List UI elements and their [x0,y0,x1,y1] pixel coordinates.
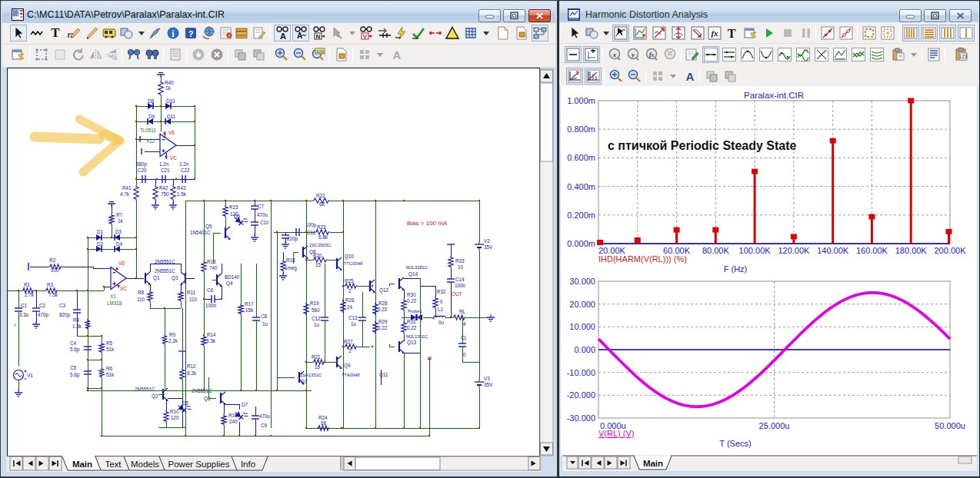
svg-text:N: N [316,33,321,40]
svg-text:15k: 15k [245,307,254,313]
svg-text:C3: C3 [59,303,66,308]
svg-text:1meg: 1meg [285,265,297,271]
svg-text:4.7k: 4.7k [120,191,130,197]
svg-text:Q7: Q7 [301,379,308,385]
svg-text:51k: 51k [106,347,115,352]
svg-text:R32: R32 [437,289,446,294]
svg-text:R33: R33 [455,258,465,264]
svg-text:A: A [280,32,286,41]
svg-text:R1: R1 [24,282,31,287]
svg-text:68: 68 [319,201,325,207]
svg-text:R10: R10 [170,409,179,414]
svg-text:560: 560 [312,307,320,313]
svg-text:R22: R22 [316,193,325,198]
svg-text:Main: Main [72,460,92,469]
svg-text:RL: RL [459,309,466,314]
svg-text:6.8k: 6.8k [318,234,328,240]
svg-text:D11: D11 [167,114,176,119]
svg-text:Bias = 100 mA: Bias = 100 mA [407,220,448,227]
svg-text:R19: R19 [310,300,319,306]
svg-text:750: 750 [161,191,169,197]
svg-text:V1: V1 [27,373,33,378]
svg-text:Q14: Q14 [408,271,418,277]
svg-text:L1: L1 [438,307,444,312]
svg-text:0.22: 0.22 [407,298,417,304]
svg-text:1.2n: 1.2n [159,161,169,167]
svg-text:R7: R7 [116,212,123,217]
svg-text:110: 110 [189,297,198,302]
svg-text:1.2n: 1.2n [179,161,189,167]
svg-text:D2: D2 [97,241,104,247]
svg-text:0: 0 [440,299,443,304]
svg-text:R18: R18 [286,257,295,263]
svg-text:X12: X12 [146,138,155,144]
svg-text:D1: D1 [97,229,104,234]
svg-text:C21: C21 [161,168,170,173]
svg-text:C6: C6 [207,287,214,293]
svg-text:2N5551C: 2N5551C [135,387,155,392]
svg-text:Info: Info [241,460,255,469]
svg-text:R23: R23 [317,224,326,230]
svg-text:Q10: Q10 [345,254,354,260]
svg-text:BD140: BD140 [225,274,240,280]
svg-text:Q3: Q3 [172,275,178,281]
svg-text:0.22: 0.22 [407,325,417,330]
svg-text:2SC3503C: 2SC3503C [309,243,331,247]
svg-text:R14: R14 [207,332,216,337]
svg-text:R2: R2 [49,257,56,263]
svg-text:D7: D7 [242,402,248,407]
svg-text:240: 240 [229,419,238,424]
svg-text:470p: 470p [38,312,49,318]
svg-text:D8: D8 [148,98,155,104]
svg-text:2.2k: 2.2k [168,338,178,344]
svg-text:0u: 0u [438,320,445,325]
svg-text:35V: 35V [484,382,493,387]
svg-text:C14: C14 [455,277,465,282]
svg-text:VE: VE [118,261,125,266]
svg-text:2N5551C: 2N5551C [155,268,175,274]
svg-text:R26: R26 [345,297,355,303]
svg-text:10: 10 [458,264,464,270]
svg-text:D10: D10 [166,98,175,104]
svg-text:C11: C11 [307,230,316,235]
svg-text:R28: R28 [378,300,388,306]
svg-text:C10: C10 [260,220,269,225]
svg-text:Q9: Q9 [344,363,351,369]
svg-text:C7: C7 [258,204,265,209]
svg-text:R6: R6 [106,366,113,371]
svg-text:R9: R9 [169,332,176,337]
svg-text:X1: X1 [110,294,116,299]
svg-text:3.3u: 3.3u [19,312,29,317]
svg-text:Q12: Q12 [379,287,388,294]
svg-text:A: A [686,70,695,83]
svg-text:100p: 100p [305,222,317,228]
svg-text:VC: VC [170,155,177,161]
svg-text:100: 100 [316,49,325,54]
svg-text:C4: C4 [70,340,77,346]
svg-text:51k: 51k [106,372,115,377]
svg-text:+: + [432,316,435,320]
svg-text:R11: R11 [187,290,196,295]
svg-text:Power Supplies: Power Supplies [168,460,230,469]
svg-text:R8: R8 [138,290,145,295]
svg-text:C8: C8 [261,314,268,319]
svg-text:740: 740 [209,265,218,271]
svg-text:TTC0048: TTC0048 [344,261,362,266]
svg-text:D6: D6 [234,214,241,219]
svg-text:15: 15 [315,364,321,370]
svg-text:1u: 1u [262,321,268,327]
svg-text:R20: R20 [313,253,322,258]
svg-text:C22: C22 [181,168,190,173]
svg-text:1N5401C: 1N5401C [190,230,211,235]
svg-text:1k: 1k [165,85,172,91]
svg-text:R17: R17 [245,301,254,307]
svg-text:100n: 100n [455,283,466,288]
svg-text:R13: R13 [207,259,216,264]
svg-text:123: 123 [959,54,968,59]
svg-text:C5: C5 [70,365,77,370]
svg-text:R3: R3 [47,282,54,287]
svg-text:?: ? [188,29,194,38]
svg-text:2SA1351C: 2SA1351C [300,373,322,377]
svg-text:R4: R4 [73,317,80,323]
svg-text:2: 2 [348,288,352,294]
